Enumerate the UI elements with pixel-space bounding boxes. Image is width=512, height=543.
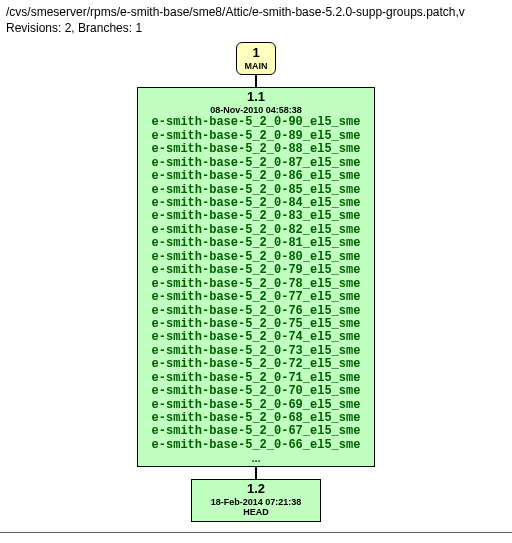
revision-tag: e-smith-base-5_2_0-72_el5_sme — [142, 358, 370, 371]
revision-tag: e-smith-base-5_2_0-82_el5_sme — [142, 224, 370, 237]
revision-number: 1.2 — [196, 482, 316, 497]
revision-tag: e-smith-base-5_2_0-84_el5_sme — [142, 197, 370, 210]
revision-tag: e-smith-base-5_2_0-74_el5_sme — [142, 331, 370, 344]
revision-tag: e-smith-base-5_2_0-66_el5_sme — [142, 439, 370, 452]
revision-tag: e-smith-base-5_2_0-81_el5_sme — [142, 237, 370, 250]
revision-tag: e-smith-base-5_2_0-69_el5_sme — [142, 399, 370, 412]
revision-tag: e-smith-base-5_2_0-87_el5_sme — [142, 157, 370, 170]
revision-tag: e-smith-base-5_2_0-76_el5_sme — [142, 305, 370, 318]
head-label: HEAD — [196, 508, 316, 518]
revision-number: 1.1 — [142, 90, 370, 105]
revision-tag-list: e-smith-base-5_2_0-90_el5_smee-smith-bas… — [142, 116, 370, 452]
revision-tag: e-smith-base-5_2_0-86_el5_sme — [142, 170, 370, 183]
revision-tag: e-smith-base-5_2_0-70_el5_sme — [142, 385, 370, 398]
revision-tag: e-smith-base-5_2_0-77_el5_sme — [142, 291, 370, 304]
branch-number: 1 — [237, 46, 275, 60]
connector-line — [255, 467, 257, 479]
revision-tag: e-smith-base-5_2_0-67_el5_sme — [142, 425, 370, 438]
revision-tag: e-smith-base-5_2_0-90_el5_sme — [142, 116, 370, 129]
revision-graph: 1 MAIN 1.1 08-Nov-2010 04:58:38 e-smith-… — [0, 42, 512, 528]
revision-tag: e-smith-base-5_2_0-89_el5_sme — [142, 130, 370, 143]
connector-line — [255, 75, 257, 87]
header: /cvs/smeserver/rpms/e-smith-base/sme8/At… — [0, 0, 512, 38]
revision-tag: e-smith-base-5_2_0-88_el5_sme — [142, 143, 370, 156]
revision-tag: e-smith-base-5_2_0-85_el5_sme — [142, 184, 370, 197]
ellipsis-icon: ... — [142, 453, 370, 464]
revision-tag: e-smith-base-5_2_0-80_el5_sme — [142, 251, 370, 264]
revision-tag: e-smith-base-5_2_0-83_el5_sme — [142, 210, 370, 223]
branch-name: MAIN — [237, 62, 275, 72]
revision-node-1-2[interactable]: 1.2 18-Feb-2014 07:21:38 HEAD — [191, 479, 321, 522]
branch-node-main[interactable]: 1 MAIN — [236, 42, 276, 74]
divider — [0, 532, 512, 533]
revision-date: 08-Nov-2010 04:58:38 — [142, 106, 370, 116]
revision-tag: e-smith-base-5_2_0-78_el5_sme — [142, 278, 370, 291]
revision-tag: e-smith-base-5_2_0-68_el5_sme — [142, 412, 370, 425]
revision-node-1-1[interactable]: 1.1 08-Nov-2010 04:58:38 e-smith-base-5_… — [137, 87, 375, 468]
repo-path: /cvs/smeserver/rpms/e-smith-base/sme8/At… — [6, 4, 506, 20]
revision-tag: e-smith-base-5_2_0-79_el5_sme — [142, 264, 370, 277]
revision-tag: e-smith-base-5_2_0-75_el5_sme — [142, 318, 370, 331]
revision-tag: e-smith-base-5_2_0-73_el5_sme — [142, 345, 370, 358]
revision-tag: e-smith-base-5_2_0-71_el5_sme — [142, 372, 370, 385]
revision-summary: Revisions: 2, Branches: 1 — [6, 20, 506, 36]
